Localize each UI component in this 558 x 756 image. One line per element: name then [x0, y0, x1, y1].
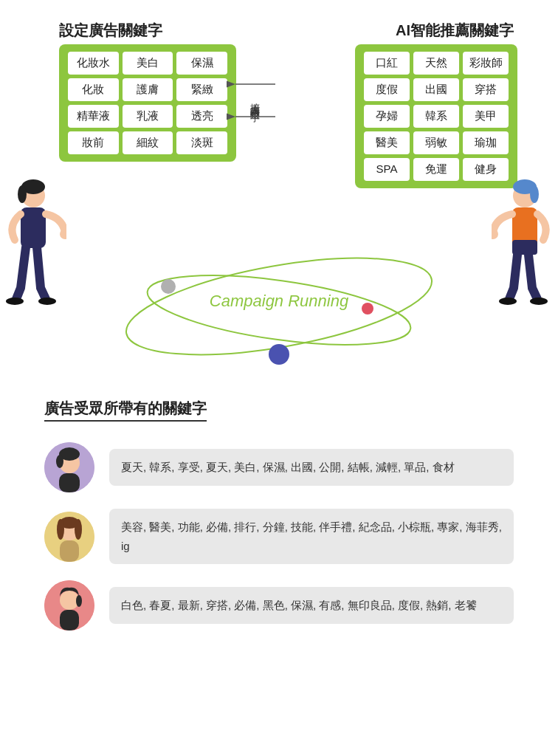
right-keyword-cell: 天然 [413, 52, 459, 75]
svg-rect-36 [60, 610, 79, 630]
svg-point-16 [530, 298, 548, 305]
audience-item: 夏天, 韓系, 享受, 夏天, 美白, 保濕, 出國, 公開, 結帳, 減輕, … [44, 442, 514, 492]
audience-keywords: 美容, 醫美, 功能, 必備, 排行, 分鐘, 技能, 伴手禮, 紀念品, 小棕… [109, 509, 514, 564]
left-keyword-cell: 護膚 [123, 78, 173, 101]
left-keyword-cell: 化妝水 [68, 52, 119, 75]
left-keyword-cell: 妝前 [68, 131, 119, 154]
audience-section-title: 廣告受眾所帶有的關鍵字 [44, 399, 207, 422]
right-keyword-cell: 度假 [364, 78, 410, 101]
right-keyword-cell: 穿搭 [463, 78, 509, 101]
right-keyword-grid: 口紅天然彩妝師度假出國穿搭孕婦韓系美甲醫美弱敏瑜珈SPA免運健身 [364, 52, 509, 181]
svg-point-11 [530, 185, 539, 203]
svg-point-21 [269, 344, 289, 365]
expand-label: 擴大廣告關鍵字 [248, 95, 261, 106]
bottom-section: 廣告受眾所帶有的關鍵字 夏天, 韓系, 享受, 夏天, 美白, 保濕, 出國, … [0, 384, 558, 660]
svg-rect-32 [60, 540, 79, 562]
right-keyword-cell: 免運 [413, 158, 459, 181]
svg-point-8 [38, 298, 56, 305]
avatar [44, 512, 94, 562]
arrow-top [225, 78, 284, 91]
arrow-area: 擴大廣告關鍵字 [225, 78, 284, 123]
svg-point-7 [6, 298, 24, 305]
figure-right [492, 173, 558, 321]
audience-item: 美容, 醫美, 功能, 必備, 排行, 分鐘, 技能, 伴手禮, 紀念品, 小棕… [44, 509, 514, 564]
right-keyword-cell: 弱敏 [413, 131, 459, 154]
left-keyword-cell: 化妝 [68, 78, 119, 101]
arrow-bottom [225, 110, 284, 123]
right-keyword-cell: 出國 [413, 78, 459, 101]
right-keyword-cell: 孕婦 [364, 105, 410, 128]
right-keyword-cell: 彩妝師 [463, 52, 509, 75]
avatar [44, 580, 94, 630]
right-keyword-cell: 醫美 [364, 131, 410, 154]
svg-point-20 [362, 303, 373, 315]
right-keyword-cell: 瑜珈 [463, 131, 509, 154]
campaign-text: Campaign Running [210, 292, 348, 311]
svg-rect-5 [21, 207, 46, 248]
right-keyword-board: 口紅天然彩妝師度假出國穿搭孕婦韓系美甲醫美弱敏瑜珈SPA免運健身 [355, 44, 517, 188]
svg-point-30 [57, 519, 64, 540]
audience-list: 夏天, 韓系, 享受, 夏天, 美白, 保濕, 出國, 公開, 結帳, 減輕, … [44, 442, 514, 630]
right-keyword-cell: 口紅 [364, 52, 410, 75]
right-keyword-cell: 美甲 [463, 105, 509, 128]
left-keyword-cell: 細紋 [123, 131, 173, 154]
svg-point-15 [499, 298, 517, 305]
campaign-area: Campaign Running [109, 251, 449, 369]
right-keyword-cell: 韓系 [413, 105, 459, 128]
left-keyword-cell: 美白 [123, 52, 173, 75]
left-title: 設定廣告關鍵字 [59, 21, 162, 41]
audience-keywords: 夏天, 韓系, 享受, 夏天, 美白, 保濕, 出國, 公開, 結帳, 減輕, … [109, 449, 514, 486]
left-keyword-cell: 乳液 [123, 105, 173, 128]
audience-item: 白色, 春夏, 最新, 穿搭, 必備, 黑色, 保濕, 有感, 無印良品, 度假… [44, 580, 514, 630]
left-keyword-cell: 透亮 [176, 105, 227, 128]
right-title: AI智能推薦關鍵字 [396, 21, 514, 41]
top-section: 設定廣告關鍵字 AI智能推薦關鍵字 化妝水美白保濕化妝護膚緊緻精華液乳液透亮妝前… [0, 0, 558, 384]
left-keyword-grid: 化妝水美白保濕化妝護膚緊緻精華液乳液透亮妝前細紋淡斑 [68, 52, 227, 154]
svg-point-35 [76, 595, 82, 607]
left-keyword-cell: 緊緻 [176, 78, 227, 101]
svg-point-31 [75, 519, 82, 540]
right-keyword-cell: SPA [364, 158, 410, 181]
svg-rect-26 [59, 473, 80, 492]
avatar [44, 442, 94, 492]
audience-keywords: 白色, 春夏, 最新, 穿搭, 必備, 黑色, 保濕, 有感, 無印良品, 度假… [109, 587, 514, 624]
left-keyword-cell: 保濕 [176, 52, 227, 75]
svg-point-19 [161, 279, 176, 294]
svg-point-25 [56, 455, 63, 468]
svg-point-4 [18, 185, 27, 203]
left-keyword-cell: 精華液 [68, 105, 119, 128]
figure-left [0, 173, 66, 321]
left-keyword-board: 化妝水美白保濕化妝護膚緊緻精華液乳液透亮妝前細紋淡斑 [59, 44, 236, 162]
left-keyword-cell: 淡斑 [176, 131, 227, 154]
